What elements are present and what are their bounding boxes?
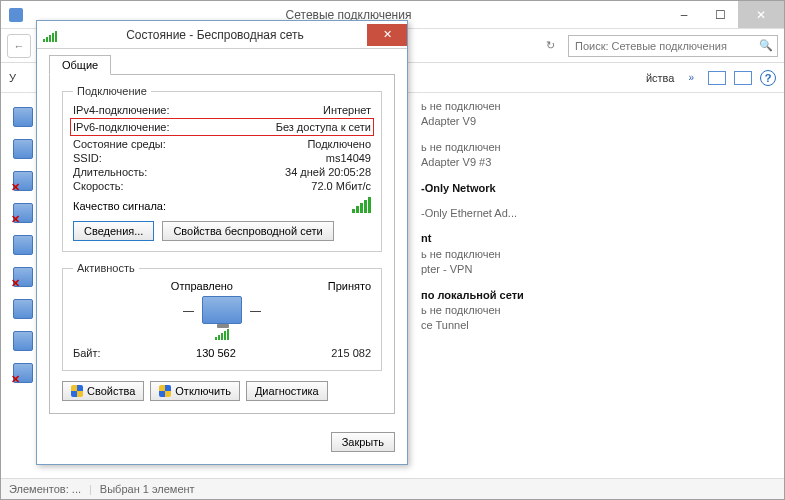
activity-graphic: — —: [73, 296, 371, 324]
menu-item-truncated[interactable]: йства: [646, 72, 675, 84]
search-box[interactable]: 🔍: [568, 35, 778, 57]
bytes-recv-value: 215 082: [331, 347, 371, 359]
monitor-icon: [202, 296, 242, 324]
disable-button[interactable]: Отключить: [150, 381, 240, 401]
adapter-icon[interactable]: [13, 139, 33, 159]
adapter-icon[interactable]: [13, 299, 33, 319]
adapter-icon[interactable]: [13, 107, 33, 127]
row-media-state: Состояние среды: Подключено: [73, 137, 371, 151]
maximize-button[interactable]: ☐: [702, 1, 738, 28]
tab-general[interactable]: Общие: [49, 55, 111, 75]
bytes-sent-value: 130 562: [101, 347, 332, 359]
status-bar: Элементов: ... | Выбран 1 элемент: [1, 478, 784, 499]
list-item[interactable]: nt ь не подключен pter - VPN: [421, 231, 524, 277]
row-speed: Скорость: 72.0 Мбит/с: [73, 179, 371, 193]
shield-icon: [71, 385, 83, 397]
statusbar-selection: Выбран 1 элемент: [100, 483, 195, 495]
wifi-status-dialog: Состояние - Беспроводная сеть ✕ Общие По…: [36, 20, 408, 465]
diagnose-button[interactable]: Диагностика: [246, 381, 328, 401]
search-input[interactable]: [573, 39, 759, 53]
system-buttons: – ☐ ✕: [666, 1, 784, 28]
refresh-button[interactable]: ↻: [538, 34, 562, 58]
dash-right: —: [250, 304, 261, 316]
recv-label: Принято: [328, 280, 371, 292]
group-activity-label: Активность: [73, 262, 139, 274]
wifi-properties-button[interactable]: Свойства беспроводной сети: [162, 221, 333, 241]
nav-back-button[interactable]: ←: [7, 34, 31, 58]
group-activity: Активность . Отправлено Принято — —: [62, 262, 382, 371]
adapter-list-right: ь не подключен Adapter V9 ь не подключен…: [421, 99, 524, 344]
dialog-title: Состояние - Беспроводная сеть: [63, 28, 367, 42]
row-ipv6: IPv6-подключение: Без доступа к сети: [73, 120, 371, 134]
group-connection-label: Подключение: [73, 85, 151, 97]
list-item[interactable]: -Only Network: [421, 181, 524, 196]
details-button[interactable]: Сведения...: [73, 221, 154, 241]
list-item[interactable]: ь не подключен Adapter V9: [421, 99, 524, 130]
adapter-icon[interactable]: [13, 331, 33, 351]
ipv6-highlight: IPv6-подключение: Без доступа к сети: [70, 118, 374, 136]
tab-panel-general: Подключение IPv4-подключение: Интернет I…: [49, 74, 395, 414]
dialog-close-button[interactable]: ✕: [367, 24, 407, 46]
properties-button[interactable]: Свойства: [62, 381, 144, 401]
sent-label: Отправлено: [171, 280, 233, 292]
row-bytes: Байт: 130 562 215 082: [73, 346, 371, 360]
close-dialog-button[interactable]: Закрыть: [331, 432, 395, 452]
statusbar-count: Элементов: ...: [9, 483, 81, 495]
view-icon-2[interactable]: [734, 71, 752, 85]
minimize-button[interactable]: –: [666, 1, 702, 28]
wifi-signal-icon: [43, 28, 57, 42]
overflow-chevron[interactable]: »: [688, 72, 694, 83]
view-icon-1[interactable]: [708, 71, 726, 85]
group-connection: Подключение IPv4-подключение: Интернет I…: [62, 85, 382, 252]
window-icon: [1, 8, 31, 22]
dialog-titlebar: Состояние - Беспроводная сеть ✕: [37, 21, 407, 49]
adapter-icon[interactable]: [13, 235, 33, 255]
row-signal-quality: Качество сигнала:: [73, 199, 371, 213]
list-item[interactable]: ь не подключен Adapter V9 #3: [421, 140, 524, 171]
list-item[interactable]: по локальной сети ь не подключен ce Tunn…: [421, 288, 524, 334]
activity-signal-icon: [215, 326, 229, 340]
search-icon: 🔍: [759, 39, 773, 52]
adapter-icon-disabled[interactable]: [13, 363, 33, 383]
close-button[interactable]: ✕: [738, 1, 784, 28]
help-icon[interactable]: ?: [760, 70, 776, 86]
row-ssid: SSID: ms14049: [73, 151, 371, 165]
row-ipv4: IPv4-подключение: Интернет: [73, 103, 371, 117]
shield-icon: [159, 385, 171, 397]
organize-menu[interactable]: У: [9, 72, 16, 84]
adapter-icon-disabled[interactable]: [13, 171, 33, 191]
signal-quality-icon: [352, 199, 371, 213]
dash-left: —: [183, 304, 194, 316]
row-duration: Длительность: 34 дней 20:05:28: [73, 165, 371, 179]
list-item[interactable]: -Only Ethernet Ad...: [421, 206, 524, 221]
adapter-icon-disabled[interactable]: [13, 203, 33, 223]
adapter-icon-disabled[interactable]: [13, 267, 33, 287]
